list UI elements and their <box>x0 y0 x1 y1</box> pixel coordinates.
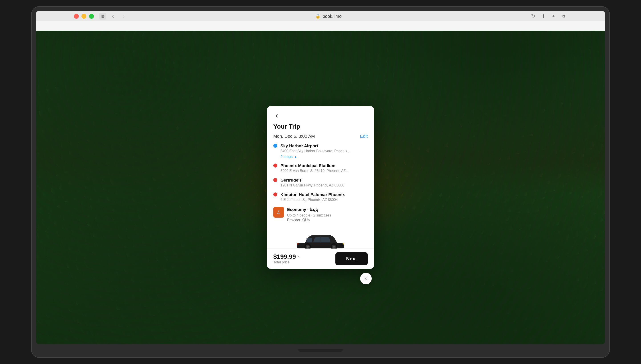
stop-icon-red-4 <box>273 192 277 196</box>
svg-rect-8 <box>342 244 344 244</box>
price-chevron[interactable]: ∧ <box>297 254 300 259</box>
vehicle-provider: Provider: QUp <box>287 218 368 222</box>
traffic-lights <box>74 14 94 19</box>
stops-toggle-arrow: ▲ <box>294 155 297 159</box>
reload-button[interactable]: ↻ <box>530 13 536 20</box>
stop-name-1: Sky Harbor Airport <box>280 143 368 149</box>
modal-footer: $199.99 ∧ Total price Next <box>267 248 374 269</box>
extensions-button[interactable]: ⧉ <box>560 13 567 20</box>
next-button[interactable]: Next <box>336 252 368 265</box>
stop-item-3: Gertrude's 1201 N Galvin Pkwy, Phoenix, … <box>273 178 368 188</box>
vehicle-section: Q Up Economy · پایەتا Up to 4 people · 2… <box>273 207 368 222</box>
close-button[interactable]: × <box>360 273 372 284</box>
stop-name-2: Phoenix Municipal Stadium <box>280 163 368 169</box>
close-traffic-light[interactable] <box>74 14 79 19</box>
modal-body: Your Trip Mon, Dec 6, 8:00 AM Edit <box>267 106 374 248</box>
stop-info-2: Phoenix Municipal Stadium 5999 E Van Bur… <box>280 163 368 174</box>
content-area: Your Trip Mon, Dec 6, 8:00 AM Edit <box>36 31 605 344</box>
modal-wrapper: Your Trip Mon, Dec 6, 8:00 AM Edit <box>267 106 374 269</box>
stops-toggle-label: 2 stops <box>280 155 293 159</box>
stop-info-3: Gertrude's 1201 N Galvin Pkwy, Phoenix, … <box>280 178 368 188</box>
laptop-screen: ⊞ ‹ › 🔒 book.limo ↻ ⬆ + ⧉ <box>36 11 605 344</box>
share-button[interactable]: ⬆ <box>540 13 547 20</box>
trip-datetime: Mon, Dec 6, 8:00 AM <box>273 134 315 139</box>
back-button[interactable] <box>273 112 280 120</box>
svg-rect-9 <box>297 244 298 244</box>
svg-point-12 <box>333 246 335 248</box>
address-bar[interactable]: 🔒 book.limo <box>131 12 526 20</box>
stop-item-1: Sky Harbor Airport 3400 East Sky Harbor … <box>273 143 368 159</box>
vehicle-capacity: Up to 4 people · 2 suitcases <box>287 213 368 218</box>
back-navigation-button[interactable]: ‹ <box>110 13 117 20</box>
provider-logo: Q Up <box>273 207 284 218</box>
stop-icon-red-3 <box>273 178 277 182</box>
car-image <box>292 226 350 248</box>
laptop-body: ⊞ ‹ › 🔒 book.limo ↻ ⬆ + ⧉ <box>31 6 610 358</box>
price-amount: $199.99 <box>273 253 296 260</box>
minimize-traffic-light[interactable] <box>82 14 86 19</box>
stop-icon-blue <box>273 144 277 148</box>
browser-chrome: ⊞ ‹ › 🔒 book.limo ↻ ⬆ + ⧉ <box>36 11 605 31</box>
price-section: $199.99 ∧ Total price <box>273 253 300 264</box>
new-tab-button[interactable]: + <box>550 13 557 20</box>
forward-navigation-button[interactable]: › <box>120 13 127 20</box>
url-display: book.limo <box>322 14 342 19</box>
price-label: Total price <box>273 260 300 264</box>
trip-title: Your Trip <box>273 123 368 130</box>
stop-info-1: Sky Harbor Airport 3400 East Sky Harbor … <box>280 143 368 159</box>
laptop-frame: ⊞ ‹ › 🔒 book.limo ↻ ⬆ + ⧉ <box>0 0 641 364</box>
edit-button[interactable]: Edit <box>360 134 368 139</box>
window-grid-icon[interactable]: ⊞ <box>99 13 106 20</box>
stop-name-3: Gertrude's <box>280 178 368 183</box>
laptop-bottom <box>36 344 605 357</box>
stop-name-4: Kimpton Hotel Palomar Phoenix <box>280 192 368 198</box>
stop-address-2: 5999 E Van Buren St #3410, Pheonix, AZ..… <box>280 168 368 173</box>
svg-point-15 <box>307 246 309 248</box>
stop-icon-red-2 <box>273 164 277 168</box>
stop-info-4: Kimpton Hotel Palomar Phoenix 2 E Jeffer… <box>280 192 368 202</box>
stop-address-1: 3400 East Sky Harbor Boulevard, Phoenix.… <box>280 149 368 154</box>
vehicle-info: Economy · پایەتا Up to 4 people · 2 suit… <box>287 207 368 222</box>
stops-toggle[interactable]: 2 stops ▲ <box>280 155 368 159</box>
maximize-traffic-light[interactable] <box>89 14 94 19</box>
laptop-notch <box>298 349 343 352</box>
stop-address-3: 1201 N Galvin Pkwy, Phoenix, AZ 85008 <box>280 183 368 188</box>
datetime-row: Mon, Dec 6, 8:00 AM Edit <box>273 134 368 139</box>
vehicle-name: Economy · پایەتا <box>287 207 368 212</box>
stop-item-4: Kimpton Hotel Palomar Phoenix 2 E Jeffer… <box>273 192 368 202</box>
trip-modal: Your Trip Mon, Dec 6, 8:00 AM Edit <box>267 106 374 269</box>
stop-address-4: 2 E Jefferson St, Phoenix, AZ 85004 <box>280 197 368 202</box>
tab-bar: ⊞ ‹ › 🔒 book.limo ↻ ⬆ + ⧉ <box>36 11 605 21</box>
stop-item-2: Phoenix Municipal Stadium 5999 E Van Bur… <box>273 163 368 174</box>
stops-list: Sky Harbor Airport 3400 East Sky Harbor … <box>273 143 368 202</box>
car-image-container <box>273 222 368 248</box>
